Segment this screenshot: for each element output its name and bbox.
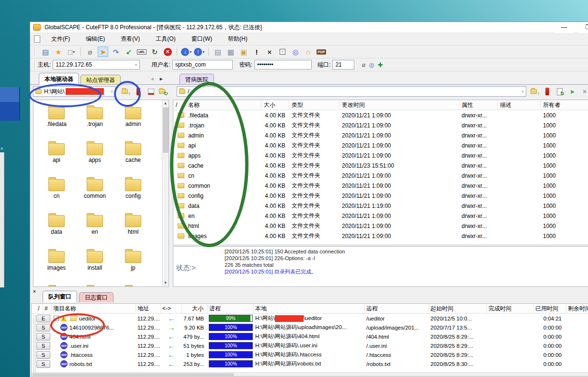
rename-icon[interactable]: ▦ bbox=[226, 46, 236, 57]
remote-file-row[interactable]: common4.00 KB文件文件夹2020/11/21 1:09:00drwx… bbox=[173, 181, 588, 191]
queue-status-button[interactable]: S bbox=[36, 351, 50, 359]
local-file-list[interactable]: .filedata.trojanadminapiappscachecncommo… bbox=[33, 100, 169, 287]
remote-file-list[interactable]: /名称大小类型更改时间属性描述所有者 .filedata4.00 KB文件文件夹… bbox=[173, 100, 588, 245]
refresh-icon[interactable]: ↻ bbox=[149, 46, 160, 57]
tab-log-window[interactable]: 日志窗口 bbox=[79, 292, 113, 302]
local-folder-item[interactable]: admin bbox=[114, 101, 152, 137]
remote-column-header-7[interactable]: 所有者 bbox=[541, 100, 588, 110]
connect-plug-icon[interactable]: ø bbox=[362, 61, 365, 69]
tab-local-drives[interactable]: 本地驱动器 bbox=[39, 73, 79, 85]
tab-remote-site[interactable]: 肾病医院 bbox=[180, 74, 214, 85]
edit-notes-icon[interactable]: ▤ bbox=[213, 46, 223, 57]
queue-column-header-6[interactable]: 进程 bbox=[208, 304, 254, 314]
tab-scroll-left-icon[interactable]: ◄ bbox=[150, 76, 155, 81]
pgp-icon[interactable]: PGP bbox=[316, 46, 327, 57]
remote-path-input[interactable]: / ˅ bbox=[177, 86, 526, 97]
menu-item-文件(F)[interactable]: 文件(F) bbox=[47, 33, 74, 45]
remote-column-header-5[interactable]: 属性 bbox=[459, 100, 498, 110]
local-folder-item[interactable]: cn bbox=[37, 173, 76, 209]
maximize-button[interactable]: ❐ bbox=[578, 22, 588, 33]
remote-column-header-6[interactable]: 描述 bbox=[498, 100, 541, 110]
queue-column-header-10[interactable]: 完成时间 bbox=[487, 304, 534, 314]
host-input[interactable]: 112.29.172.65 ˅ bbox=[53, 60, 140, 69]
queue-column-header-11[interactable]: 已用时间 bbox=[534, 304, 566, 314]
menu-item-帮助(H)[interactable]: 帮助(H) bbox=[224, 33, 252, 45]
tab-site-manager[interactable]: 站点管理器 bbox=[80, 75, 121, 85]
local-folder-item[interactable]: cache bbox=[114, 137, 152, 173]
new-item-icon[interactable]: □▾ bbox=[66, 46, 77, 57]
queue-status-button[interactable]: E bbox=[36, 315, 50, 322]
remote-path-dropdown-icon[interactable]: ˅ bbox=[519, 90, 524, 94]
menu-item-窗口(W)[interactable]: 窗口(W) bbox=[187, 33, 216, 45]
local-folder-item[interactable]: api bbox=[37, 137, 76, 173]
remote-file-row[interactable]: .trojan4.00 KB文件文件夹2020/11/21 1:09:00drw… bbox=[173, 120, 588, 130]
connection-wizard-icon[interactable]: ★ bbox=[53, 46, 64, 57]
queue-status-button[interactable]: S bbox=[36, 333, 50, 341]
quick-note-icon[interactable]: ✚ bbox=[378, 61, 383, 69]
queue-status-button[interactable]: S bbox=[36, 342, 50, 350]
remote-file-row[interactable]: api4.00 KB文件文件夹2020/11/21 1:09:00drwxr-x… bbox=[173, 140, 588, 150]
remote-column-header-2[interactable]: 大小 bbox=[261, 100, 289, 110]
reconnect-icon[interactable]: ➤ bbox=[98, 46, 108, 57]
remote-file-row[interactable]: admin4.00 KB文件文件夹2020/11/21 1:09:00drwxr… bbox=[173, 130, 588, 140]
queue-column-header-1[interactable]: # bbox=[43, 304, 52, 314]
local-folder-item[interactable]: html bbox=[114, 209, 152, 245]
local-folder-item[interactable]: apps bbox=[76, 137, 114, 173]
dropdown-caret-icon[interactable]: ▾ bbox=[190, 50, 192, 54]
refresh-list-icon[interactable]: ↻ bbox=[555, 87, 565, 96]
disconnect-icon[interactable]: ø bbox=[85, 46, 95, 57]
download-icon[interactable]: ↓▾ bbox=[181, 46, 192, 57]
headphones-icon[interactable]: ∩ bbox=[303, 46, 314, 57]
local-folder-item[interactable]: data bbox=[37, 209, 76, 245]
scrollbar-thumb[interactable] bbox=[33, 373, 234, 376]
queue-column-header-7[interactable]: 本地 bbox=[254, 304, 365, 314]
dropdown-caret-icon[interactable]: ▾ bbox=[73, 50, 75, 54]
engine-icon[interactable]: ◎ bbox=[369, 61, 374, 69]
scroll-up-icon[interactable]: ▲ bbox=[162, 100, 169, 107]
quickconnect-grip[interactable] bbox=[34, 60, 36, 69]
expander-icon[interactable]: − bbox=[54, 316, 59, 321]
toolbar-grip[interactable] bbox=[34, 47, 36, 57]
queue-column-header-12[interactable]: 剩余时间 bbox=[566, 304, 588, 314]
upload-icon[interactable]: ↑▾ bbox=[194, 46, 204, 57]
filter-icon[interactable]: ➤ bbox=[567, 87, 577, 96]
remote-column-header-4[interactable]: 更改时间 bbox=[339, 100, 459, 110]
scroll-down-icon[interactable]: ▼ bbox=[162, 280, 169, 286]
menu-item-工具(O)[interactable]: 工具(O) bbox=[151, 33, 180, 45]
port-input[interactable]: 21 bbox=[332, 60, 354, 69]
remote-file-row[interactable]: images4.00 KB文件文件夹2020/11/21 1:09:00drwx… bbox=[173, 231, 588, 241]
up-directory-icon[interactable]: ↑ bbox=[530, 87, 540, 96]
local-scrollbar[interactable]: ▲ ▼ bbox=[162, 100, 169, 286]
local-folder-item[interactable]: common bbox=[76, 173, 114, 209]
cancel-icon[interactable]: × bbox=[580, 87, 588, 96]
local-path-dropdown-icon[interactable]: ˅ bbox=[108, 90, 113, 94]
remote-column-header-3[interactable]: 类型 bbox=[289, 100, 339, 110]
queue-column-header-3[interactable]: 地址 bbox=[136, 304, 161, 314]
session-icon[interactable]: ↷ bbox=[111, 46, 121, 57]
dropdown-caret-icon[interactable]: ▾ bbox=[203, 50, 204, 54]
local-folder-item[interactable]: install bbox=[76, 245, 114, 281]
queue-hscrollbar[interactable] bbox=[32, 372, 588, 376]
remote-column-header-0[interactable]: / bbox=[173, 100, 186, 110]
local-folder-item[interactable]: jp bbox=[114, 245, 152, 281]
refresh-folder-icon[interactable]: ↻ bbox=[158, 87, 168, 96]
queue-row[interactable]: SSKIProbots.txt112.29....←253 by...100%H… bbox=[32, 359, 588, 368]
up-directory-icon[interactable]: ↑ bbox=[121, 87, 131, 96]
stop-icon[interactable]: × bbox=[162, 46, 173, 57]
host-dropdown-icon[interactable]: ˅ bbox=[132, 63, 137, 67]
local-folder-item[interactable]: config bbox=[114, 173, 152, 209]
queue-status-button[interactable]: S bbox=[36, 324, 50, 331]
queue-column-header-4[interactable]: <-> bbox=[161, 304, 182, 314]
queue-column-header-8[interactable]: 远程 bbox=[365, 304, 429, 314]
remote-file-row[interactable]: data4.00 KB文件文件夹2020/11/21 1:19:00drwxr-… bbox=[173, 201, 588, 211]
menu-item-查看(V)[interactable]: 查看(V) bbox=[116, 33, 144, 45]
ftp-log-pane[interactable]: 状态:> [2020/12/5 10:25:01] 150 Accepted d… bbox=[173, 246, 588, 287]
url-icon[interactable]: URL bbox=[136, 46, 147, 57]
tab-scroll-right-icon[interactable]: ► bbox=[159, 76, 164, 81]
remote-file-row[interactable]: .filedata4.00 KB文件文件夹2020/11/21 1:09:00d… bbox=[173, 110, 588, 120]
site-manager-icon[interactable]: ▤ bbox=[40, 46, 51, 57]
delete-icon[interactable]: × bbox=[264, 46, 275, 57]
remote-column-header-1[interactable]: 名称 bbox=[186, 100, 261, 110]
new-folder-icon[interactable]: ▣ bbox=[238, 46, 249, 57]
local-path-input[interactable]: H:\网站\ ˅ bbox=[33, 86, 115, 97]
